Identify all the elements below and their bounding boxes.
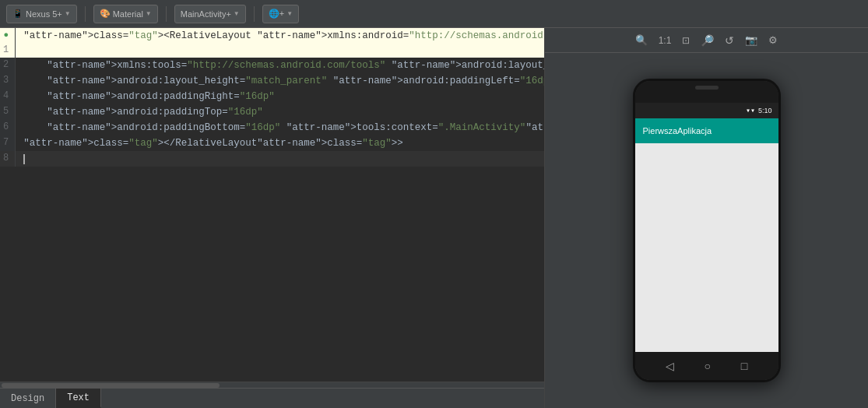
separator-2	[166, 6, 167, 22]
device-dropdown-arrow: ▼	[65, 10, 71, 17]
separator-1	[85, 6, 86, 22]
line-number: 7	[0, 135, 16, 151]
activity-dropdown-arrow: ▼	[234, 10, 240, 17]
code-line: "attr-name">class="tag"></RelativeLayout…	[16, 135, 544, 151]
theme-dropdown-arrow: ▼	[146, 10, 152, 17]
code-panel: ● 1"attr-name">class="tag"><RelativeLayo…	[0, 28, 545, 408]
phone-status-bar: ▾▾ 5:10	[635, 103, 778, 118]
line-number: 6	[0, 120, 16, 135]
phone-top-bezel	[635, 81, 778, 103]
bottom-tab-bar: Design Text	[0, 388, 544, 408]
zoom-toolbar: 🔍 1:1 ⊡ 🔎 ↺ 📷 ⚙	[545, 28, 868, 53]
app-content-area	[635, 143, 778, 352]
settings-btn[interactable]: ⚙	[764, 32, 782, 49]
main-area: ● 1"attr-name">class="tag"><RelativeLayo…	[0, 28, 868, 408]
line-number: 4	[0, 89, 16, 104]
nav-recents-btn[interactable]: □	[741, 360, 747, 372]
line-number: ● 1	[0, 28, 16, 58]
line-number: 3	[0, 73, 16, 89]
separator-3	[254, 6, 255, 22]
phone-mockup: ▾▾ 5:10 PierwszaAplikacja ◁ ○ □	[633, 79, 781, 382]
nav-home-btn[interactable]: ○	[705, 360, 711, 372]
device-icon: 📱	[12, 9, 23, 19]
device-label: Nexus 5+	[26, 9, 62, 19]
code-editor[interactable]: ● 1"attr-name">class="tag"><RelativeLayo…	[0, 28, 544, 382]
zoom-out-btn[interactable]: 🔎	[697, 32, 718, 49]
locale-selector-btn[interactable]: 🌐+ ▼	[262, 5, 299, 23]
code-line: "attr-name">android:paddingTop="16dp"	[16, 104, 544, 120]
refresh-btn[interactable]: ↺	[721, 32, 738, 49]
code-table: ● 1"attr-name">class="tag"><RelativeLayo…	[0, 28, 544, 167]
tab-text[interactable]: Text	[56, 389, 101, 408]
device-selector-btn[interactable]: 📱 Nexus 5+ ▼	[6, 5, 77, 23]
zoom-in-icon: 🔍	[635, 34, 648, 46]
status-time: 5:10	[758, 107, 772, 114]
tab-design-label: Design	[11, 393, 44, 404]
zoom-actual-btn[interactable]: 1:1	[655, 32, 676, 49]
code-line	[16, 151, 544, 167]
line-number: 8	[0, 151, 16, 167]
theme-label: Material	[113, 9, 143, 19]
zoom-out-icon: 🔎	[701, 34, 714, 47]
code-line: "attr-name">android:layout_height="match…	[16, 73, 544, 89]
refresh-icon: ↺	[725, 34, 734, 47]
locale-label: 🌐+	[269, 9, 284, 19]
zoom-in-btn[interactable]: 🔍	[631, 32, 652, 49]
main-toolbar: 📱 Nexus 5+ ▼ 🎨 Material ▼ MainActivity+ …	[0, 0, 868, 28]
settings-icon: ⚙	[768, 34, 778, 46]
locale-dropdown-arrow: ▼	[286, 10, 293, 17]
zoom-fit-btn[interactable]: ⊡	[678, 32, 694, 49]
code-line: "attr-name">android:paddingBottom="16dp"…	[16, 120, 544, 135]
screenshot-icon: 📷	[745, 34, 757, 46]
phone-screen: PierwszaAplikacja	[635, 118, 778, 352]
code-line: "attr-name">xmlns:tools="http://schemas.…	[16, 58, 544, 73]
code-horizontal-scrollbar[interactable]	[0, 382, 544, 388]
nav-back-btn[interactable]: ◁	[666, 360, 674, 372]
tab-design[interactable]: Design	[0, 389, 56, 408]
preview-panel: 🔍 1:1 ⊡ 🔎 ↺ 📷 ⚙	[545, 28, 868, 408]
wifi-icon: ▾▾	[746, 106, 755, 115]
line-number: 5	[0, 104, 16, 120]
app-title-text: PierwszaAplikacja	[643, 126, 712, 135]
phone-container: ▾▾ 5:10 PierwszaAplikacja ◁ ○ □	[625, 53, 789, 408]
phone-speaker	[695, 86, 719, 90]
code-line: "attr-name">class="tag"><RelativeLayout …	[16, 28, 544, 58]
code-line: "attr-name">android:paddingRight="16dp"	[16, 89, 544, 104]
phone-nav-bar: ◁ ○ □	[635, 352, 778, 380]
activity-selector-btn[interactable]: MainActivity+ ▼	[174, 5, 246, 23]
activity-label: MainActivity+	[181, 9, 231, 19]
theme-icon: 🎨	[100, 9, 111, 19]
zoom-actual-icon: 1:1	[659, 35, 672, 46]
theme-selector-btn[interactable]: 🎨 Material ▼	[93, 5, 158, 23]
line-number: 2	[0, 58, 16, 73]
screenshot-btn[interactable]: 📷	[741, 32, 761, 49]
zoom-fit-icon: ⊡	[682, 35, 690, 46]
tab-text-label: Text	[67, 392, 90, 403]
app-title-bar: PierwszaAplikacja	[635, 118, 778, 143]
